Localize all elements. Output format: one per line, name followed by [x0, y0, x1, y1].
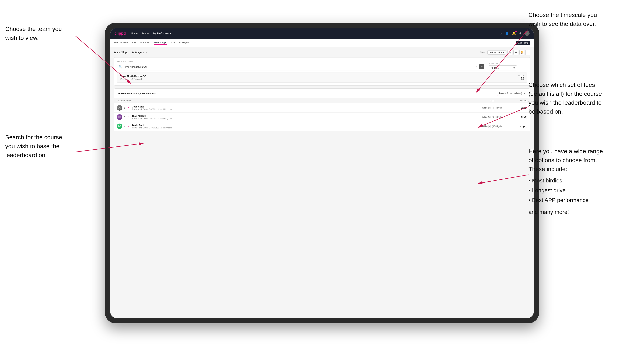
bell-icon[interactable]: 🔔 [512, 31, 516, 35]
search-icon: 🔍 [119, 65, 122, 68]
add-team-button[interactable]: Add Team [516, 41, 530, 45]
course-location: Westward Ho!, England [120, 78, 146, 80]
avatar-img-3: DF [117, 124, 122, 129]
tee-select-dropdown[interactable]: All Tees White Yellow Red Blue [489, 65, 517, 70]
tablet-frame: clippd Home Teams My Performance ⌕ 👤 🔔 ⊕… [105, 23, 539, 323]
nav-links: Home Teams My Performance [131, 32, 500, 35]
player-name-2: Blair McHarg [132, 115, 475, 117]
annotation-top-left: Choose the team you wish to view. [5, 24, 62, 42]
tab-team-clippd[interactable]: Team Clippd [154, 41, 167, 45]
nav-my-performance[interactable]: My Performance [153, 32, 171, 35]
app-container: clippd Home Teams My Performance ⌕ 👤 🔔 ⊕… [110, 28, 534, 318]
player-info-1: JC 1 ♥ Josh Coles Royal North Devon Golf… [117, 105, 475, 111]
nav-home[interactable]: Home [131, 32, 138, 35]
player-club-2: Royal North Devon Golf Club, United King… [132, 117, 475, 120]
annotation-middle-right: Choose which set of tees (default is all… [528, 80, 640, 116]
table-row: JC 1 ♥ Josh Coles Royal North Devon Golf… [114, 103, 530, 113]
search-row: Find a Golf Course 🔍 ✕ ☆ Select Tee [117, 60, 527, 70]
tab-pgat-players[interactable]: PGAT Players [114, 41, 128, 45]
player-details-1: Josh Coles Royal North Devon Golf Club, … [132, 105, 475, 110]
option-drive: Longest drive [528, 186, 640, 194]
avatar-img-2: BM [117, 114, 122, 120]
course-search-input[interactable] [124, 65, 474, 68]
rank-1: 1 [124, 107, 125, 109]
time-filter-dropdown[interactable]: Last 3 months ▾ [487, 50, 506, 54]
course-name: Royal North Devon GC [120, 75, 146, 78]
favorite-button[interactable]: ☆ [479, 64, 484, 69]
main-content: Team Clippd | 14 Players ✎ Show: Last 3 … [110, 47, 534, 318]
find-course-label: Find a Golf Course [117, 60, 486, 62]
course-search-section: Find a Golf Course 🔍 ✕ ☆ Select Tee [114, 57, 530, 86]
team-controls: Show: Last 3 months ▾ ⊞ ☰ 🏆 ⬇ [480, 50, 530, 55]
heart-icon-3: ♥ [128, 125, 129, 128]
annotation-bottom-left: Search for the course you wish to base t… [5, 133, 62, 160]
option-app: Best APP performance [528, 196, 640, 204]
rank-2: 1 [124, 116, 125, 119]
options-list: Most birdies Longest drive Best APP perf… [528, 176, 640, 204]
score-info-1: 72 (E) [510, 107, 527, 109]
top-nav: clippd Home Teams My Performance ⌕ 👤 🔔 ⊕… [110, 28, 534, 39]
col-tee: TEE [475, 100, 510, 102]
settings-icon[interactable]: ⊕ [519, 31, 522, 35]
nav-teams[interactable]: Teams [142, 32, 149, 35]
person-icon[interactable]: 👤 [505, 31, 509, 35]
player-info-3: DF 3 ♥ David Ford Royal North Devon Golf… [117, 124, 475, 129]
avatar-3: DF [117, 124, 122, 129]
sub-nav: PGAT Players PGA Hcaps 1-5 Team Clippd T… [110, 39, 534, 47]
sub-nav-tabs: PGAT Players PGA Hcaps 1-5 Team Clippd T… [114, 41, 516, 45]
team-player-count: 14 Players [132, 51, 144, 54]
avatar-2: BM [117, 114, 122, 120]
tablet-screen: clippd Home Teams My Performance ⌕ 👤 🔔 ⊕… [110, 28, 534, 318]
view-icons: ⊞ ☰ 🏆 ⬇ [508, 50, 530, 55]
trophy-button[interactable]: 🏆 [520, 50, 524, 55]
notification-badge [515, 31, 517, 32]
clear-search-button[interactable]: ✕ [476, 65, 478, 68]
course-search-group: Find a Golf Course 🔍 ✕ ☆ [117, 60, 486, 70]
time-filter-value: Last 3 months [489, 51, 502, 54]
player-name-1: Josh Coles [132, 105, 475, 108]
leaderboard-title: Course Leaderboard, Last 3 months [117, 92, 156, 95]
tab-tour[interactable]: Tour [170, 41, 175, 45]
score-type-dropdown[interactable]: Lowest Score (18 holes) Most Birdies Lon… [497, 91, 527, 96]
col-player-name: PLAYER NAME [117, 100, 475, 102]
account-avatar[interactable]: ▾ [525, 31, 530, 36]
rank-heart-row-2: 1 ♥ [124, 116, 130, 119]
annotation-top-right: Choose the timescale you wish to see the… [528, 10, 637, 28]
search-icon[interactable]: ⌕ [500, 32, 502, 35]
rank-3: 3 [124, 125, 125, 128]
player-club-3: Royal North Devon Golf Club, United King… [132, 127, 475, 129]
rank-heart-row-1: 1 ♥ [124, 107, 130, 109]
heart-icon-1: ♥ [128, 107, 129, 109]
download-button[interactable]: ⬇ [525, 50, 530, 55]
avatar-img-1: JC [117, 105, 122, 111]
tab-pga[interactable]: PGA [132, 41, 136, 45]
player-details-2: Blair McHarg Royal North Devon Golf Club… [132, 115, 475, 120]
heart-icon-2: ♥ [128, 116, 129, 118]
holes-badge: Holes 18 [518, 75, 524, 80]
tee-info-1: White (M) (6,744 yds) [475, 107, 510, 109]
score-info-3: 73 (+1) [510, 125, 527, 128]
col-score: SCORE [510, 100, 527, 102]
table-header: PLAYER NAME TEE SCORE [114, 98, 530, 103]
team-header: Team Clippd | 14 Players ✎ Show: Last 3 … [114, 50, 530, 55]
rank-heart-row-3: 3 ♥ [124, 125, 130, 128]
team-title-group: Team Clippd | 14 Players ✎ [114, 51, 147, 54]
course-search-wrap: 🔍 ✕ ☆ [117, 63, 486, 70]
tab-hcaps[interactable]: Hcaps 1-5 [140, 41, 150, 45]
option-birdies: Most birdies [528, 176, 640, 185]
show-label: Show: [480, 51, 486, 54]
score-info-2: 72 (E) [510, 116, 527, 119]
chevron-down-icon: ▾ [503, 51, 504, 54]
course-info: Royal North Devon GC Westward Ho!, Engla… [120, 75, 146, 80]
avatar-1: JC [117, 105, 122, 111]
player-info-2: BM 1 ♥ Blair McHarg Royal North Devon Go… [117, 114, 475, 120]
and-more-text: and many more! [528, 208, 640, 216]
grid-view-button[interactable]: ⊞ [508, 50, 512, 55]
edit-team-icon[interactable]: ✎ [145, 51, 147, 54]
annotation-bottom-right: Here you have a wide range of options to… [528, 147, 640, 216]
tab-all-players[interactable]: All Players [178, 41, 189, 45]
nav-icons: ⌕ 👤 🔔 ⊕ ▾ [500, 31, 530, 36]
leaderboard-table: PLAYER NAME TEE SCORE JC 1 [114, 98, 530, 131]
team-separator: | [130, 51, 130, 54]
list-view-button[interactable]: ☰ [514, 50, 518, 55]
